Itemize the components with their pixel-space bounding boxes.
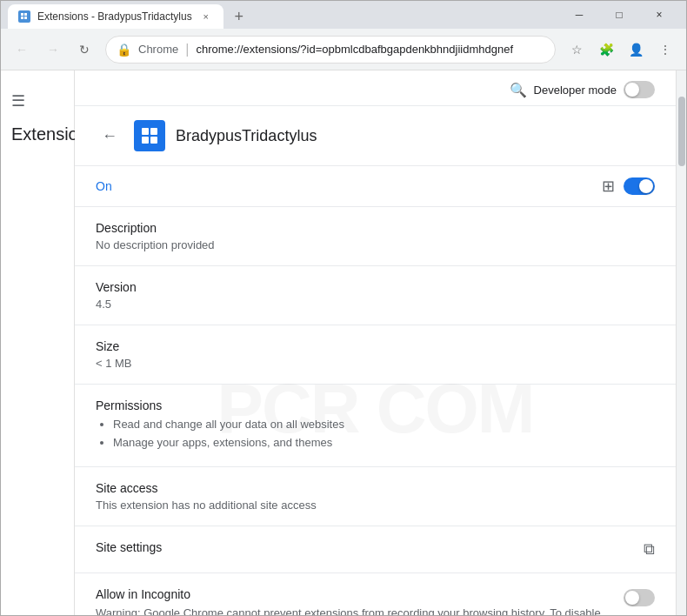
- scrollbar-thumb[interactable]: [678, 97, 685, 166]
- permission-item-1: Read and change all your data on all web…: [113, 416, 655, 434]
- profile-icon[interactable]: 👤: [622, 36, 650, 64]
- extension-icon: [134, 120, 165, 151]
- site-access-label: Site access: [96, 481, 655, 495]
- nav-actions: ☆ 🧩 👤 ⋮: [563, 36, 679, 64]
- page-header: 🔍 Developer mode: [75, 70, 676, 106]
- description-section: Description No description provided: [75, 207, 676, 266]
- permission-item-2: Manage your apps, extensions, and themes: [113, 434, 655, 452]
- developer-mode-toggle[interactable]: [624, 81, 655, 98]
- active-tab[interactable]: Extensions - BradypusTridactylus ×: [8, 4, 223, 29]
- address-url: chrome://extensions/?id=opbmlcdbafbgapde…: [196, 43, 544, 56]
- description-value: No description provided: [96, 238, 655, 251]
- address-separator: |: [185, 42, 189, 57]
- incognito-description: Warning: Google Chrome cannot prevent ex…: [96, 605, 610, 615]
- forward-icon: →: [47, 43, 59, 57]
- description-label: Description: [96, 221, 655, 235]
- tab-close-button[interactable]: ×: [199, 10, 213, 23]
- incognito-text: Allow in Incognito Warning: Google Chrom…: [96, 587, 610, 615]
- incognito-toggle[interactable]: [624, 589, 655, 606]
- svg-rect-7: [150, 137, 157, 144]
- incognito-label: Allow in Incognito: [96, 587, 610, 601]
- back-button[interactable]: ←: [8, 36, 36, 64]
- refresh-button[interactable]: ↻: [70, 36, 98, 64]
- version-section: Version 4.5: [75, 266, 676, 325]
- developer-mode-label: Developer mode: [534, 84, 617, 97]
- grid-icon[interactable]: ⊞: [602, 177, 615, 196]
- title-bar: Extensions - BradypusTridactylus × + ─ □…: [1, 1, 686, 29]
- sidebar-toggle[interactable]: ☰: [1, 84, 74, 117]
- toggle-knob: [639, 179, 653, 193]
- site-settings-label: Site settings: [96, 540, 162, 554]
- ext-back-button[interactable]: ←: [96, 122, 123, 150]
- svg-rect-1: [24, 13, 27, 16]
- sidebar: ☰ Extensions: [1, 70, 75, 615]
- tabs-container: Extensions - BradypusTridactylus × +: [8, 1, 559, 29]
- svg-rect-3: [24, 17, 27, 19]
- content-area: PCR COM ← BradypusTridactylus: [75, 106, 676, 615]
- version-value: 4.5: [96, 298, 655, 311]
- svg-rect-0: [21, 13, 23, 16]
- svg-rect-2: [21, 17, 23, 19]
- permissions-section: Permissions Read and change all your dat…: [75, 385, 676, 467]
- size-value: < 1 MB: [96, 357, 655, 370]
- toggle-on-label: On: [96, 179, 112, 193]
- search-icon[interactable]: 🔍: [510, 82, 527, 98]
- developer-mode-area: 🔍 Developer mode: [503, 81, 662, 98]
- extension-name: BradypusTridactylus: [176, 127, 317, 145]
- site-settings-row[interactable]: Site settings ⧉: [75, 526, 676, 573]
- browser-body: ☰ Extensions 🔍 Developer mode PCR COM: [1, 70, 686, 615]
- address-bar[interactable]: 🔒 Chrome | chrome://extensions/?id=opbml…: [105, 36, 556, 64]
- refresh-icon: ↻: [79, 43, 90, 57]
- security-icon: 🔒: [117, 43, 131, 57]
- size-section: Size < 1 MB: [75, 325, 676, 385]
- svg-rect-6: [142, 137, 149, 144]
- external-link-icon[interactable]: ⧉: [644, 540, 655, 559]
- toggle-row: On ⊞: [75, 166, 676, 207]
- size-label: Size: [96, 339, 655, 353]
- bookmark-icon[interactable]: ☆: [563, 36, 590, 64]
- extensions-icon[interactable]: 🧩: [592, 36, 620, 64]
- toggle-right: ⊞: [602, 177, 655, 196]
- close-button[interactable]: ×: [639, 1, 679, 29]
- site-access-value: This extension has no additional site ac…: [96, 499, 655, 512]
- permissions-label: Permissions: [96, 398, 655, 412]
- back-icon: ←: [16, 43, 28, 57]
- svg-rect-5: [150, 128, 157, 135]
- incognito-toggle-knob: [625, 591, 639, 605]
- incognito-header: Allow in Incognito Warning: Google Chrom…: [96, 587, 655, 615]
- site-access-section: Site access This extension has no additi…: [75, 467, 676, 526]
- minimize-button[interactable]: ─: [559, 1, 599, 29]
- svg-rect-4: [142, 128, 149, 135]
- scrollbar[interactable]: [676, 70, 686, 615]
- browser-window: Extensions - BradypusTridactylus × + ─ □…: [0, 0, 687, 616]
- permissions-list: Read and change all your data on all web…: [113, 416, 655, 452]
- developer-mode-knob: [625, 83, 639, 97]
- maximize-button[interactable]: □: [599, 1, 639, 29]
- sidebar-title: Extensions: [1, 117, 74, 151]
- menu-icon[interactable]: ⋮: [651, 36, 679, 64]
- extension-toggle[interactable]: [624, 177, 655, 195]
- new-tab-button[interactable]: +: [227, 4, 251, 29]
- chrome-label: Chrome: [138, 43, 178, 56]
- tab-favicon: [18, 10, 30, 23]
- extension-header: ← BradypusTridactylus: [75, 106, 676, 166]
- tab-title: Extensions - BradypusTridactylus: [37, 10, 192, 23]
- navigation-bar: ← → ↻ 🔒 Chrome | chrome://extensions/?id…: [1, 29, 686, 70]
- forward-button[interactable]: →: [39, 36, 67, 64]
- version-label: Version: [96, 280, 655, 294]
- incognito-row: Allow in Incognito Warning: Google Chrom…: [75, 573, 676, 615]
- main-content: 🔍 Developer mode PCR COM ←: [75, 70, 676, 615]
- window-controls: ─ □ ×: [559, 1, 679, 29]
